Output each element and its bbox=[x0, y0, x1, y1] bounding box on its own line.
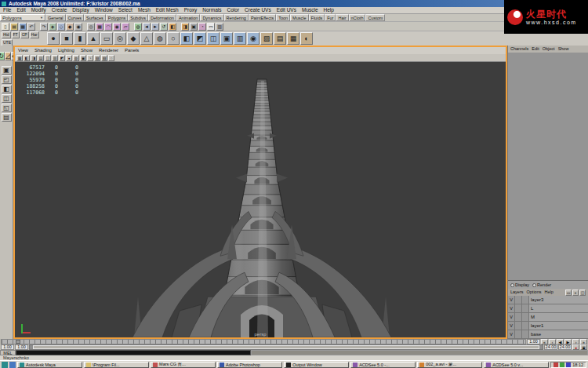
layer-playback-toggle[interactable] bbox=[515, 304, 522, 312]
go-to-end-button[interactable]: » bbox=[580, 339, 587, 344]
bridge-icon[interactable]: ◫ bbox=[207, 32, 220, 45]
menu-item[interactable]: File bbox=[3, 7, 11, 13]
lock-selection-icon[interactable]: ◉ bbox=[74, 23, 82, 31]
step-forward-button[interactable]: › bbox=[572, 339, 579, 344]
layer-visibility-toggle[interactable]: V bbox=[508, 304, 515, 312]
menu-item[interactable]: Normals bbox=[202, 7, 221, 13]
playback-start-field[interactable]: 1.00 bbox=[15, 344, 28, 350]
new-layer-from-selected-button[interactable]: + bbox=[572, 290, 579, 296]
input-connections-icon[interactable]: ◄ bbox=[143, 23, 151, 31]
shelf-tab[interactable]: PaintEffects bbox=[249, 14, 276, 21]
task-acdsee-1[interactable]: ACDSee 5.0 -... bbox=[350, 362, 416, 368]
channel-box-menu-item[interactable]: Edit bbox=[532, 46, 539, 53]
menu-item[interactable]: Proxy bbox=[184, 7, 198, 13]
shelf-tab[interactable]: Curves bbox=[66, 14, 84, 21]
panel-field-chart-icon[interactable]: ▣ bbox=[80, 55, 86, 61]
menu-item[interactable]: Muscle bbox=[302, 7, 318, 13]
sort-icon[interactable]: ▥ bbox=[216, 23, 223, 31]
select-by-object-icon[interactable]: ◇ bbox=[57, 23, 65, 31]
shelf-tab[interactable]: Fur bbox=[325, 14, 336, 21]
layer-row[interactable]: V layer3 bbox=[508, 296, 588, 304]
layer-visibility-toggle[interactable]: V bbox=[508, 322, 515, 330]
shelf-tab[interactable]: Surfaces bbox=[84, 14, 106, 21]
layer-playback-toggle[interactable] bbox=[515, 313, 522, 321]
menu-item[interactable]: Select bbox=[118, 7, 132, 13]
two-pane-layout-button[interactable]: ◫ bbox=[2, 94, 12, 103]
menuset-dropdown[interactable]: Polygons ▼ bbox=[0, 14, 45, 21]
shelf-tab[interactable]: Animation bbox=[176, 14, 200, 21]
quick-launch-explorer-icon[interactable] bbox=[9, 362, 16, 368]
select-by-hierarchy-icon[interactable]: ◈ bbox=[49, 23, 56, 31]
ipr-render-icon[interactable]: ◨ bbox=[181, 23, 189, 31]
panel-menu-item[interactable]: Panels bbox=[125, 47, 139, 54]
panel-shaded-icon[interactable]: ○ bbox=[108, 55, 114, 61]
poly-cylinder-icon[interactable]: ▮ bbox=[74, 32, 86, 45]
layer-row[interactable]: V M bbox=[508, 313, 588, 322]
render-settings-icon[interactable]: ▣ bbox=[190, 23, 198, 31]
shelf-tab[interactable]: nCloth bbox=[349, 14, 366, 21]
sculpt-geometry-icon[interactable]: ◐ bbox=[300, 32, 313, 45]
shelf-tab[interactable]: General bbox=[45, 14, 66, 21]
menu-item[interactable]: Edit Mesh bbox=[156, 7, 179, 13]
panel-select-icon[interactable]: ▦ bbox=[16, 55, 23, 61]
tray-icon-1[interactable] bbox=[554, 363, 558, 367]
layer-row[interactable]: V layer1 bbox=[508, 322, 588, 330]
layer-name[interactable]: layer1 bbox=[529, 322, 588, 330]
layer-visibility-toggle[interactable]: V bbox=[508, 313, 515, 321]
layer-display-type-toggle[interactable] bbox=[522, 304, 529, 312]
animation-end-field[interactable]: 24.00 bbox=[558, 344, 572, 350]
range-slider-bar[interactable] bbox=[33, 345, 539, 349]
task-acdsee-2[interactable]: ACDSee 5.0 v... bbox=[484, 362, 549, 368]
layer-editor-menu-item[interactable]: Help bbox=[544, 289, 553, 296]
split-polygon-icon[interactable]: ▨ bbox=[260, 32, 273, 45]
panel-scale-icon[interactable]: ▤ bbox=[38, 55, 44, 61]
shelf-mini-button[interactable]: UTE bbox=[2, 39, 13, 46]
layer-name[interactable]: layer3 bbox=[529, 296, 588, 304]
task-output-window[interactable]: Output Window bbox=[284, 362, 349, 368]
play-forwards-button[interactable]: ▶ bbox=[564, 339, 572, 344]
layer-display-type-toggle[interactable] bbox=[522, 330, 529, 338]
menu-item[interactable]: Color bbox=[227, 7, 240, 13]
menu-item[interactable]: Create bbox=[52, 7, 67, 13]
poly-cone-icon[interactable]: ▲ bbox=[87, 32, 100, 45]
smooth-icon[interactable]: ◉ bbox=[247, 32, 260, 45]
animation-preferences-button[interactable]: ▣ bbox=[580, 344, 587, 350]
shelf-tab[interactable]: Deformation bbox=[148, 14, 176, 21]
panel-move-icon[interactable]: ◧ bbox=[24, 55, 30, 61]
quick-launch-maya-icon[interactable] bbox=[2, 362, 8, 368]
bevel-icon[interactable]: ◩ bbox=[194, 32, 206, 45]
layer-row[interactable]: V L bbox=[508, 304, 588, 313]
shelf-tab[interactable]: Rendering bbox=[224, 14, 249, 21]
construction-history-icon[interactable]: ↺ bbox=[160, 23, 168, 31]
poly-prism-icon[interactable]: ◆ bbox=[127, 32, 140, 45]
menu-item[interactable]: Help bbox=[324, 7, 334, 13]
panel-safe-action-icon[interactable]: ◔ bbox=[87, 55, 93, 61]
open-scene-icon[interactable]: ▤ bbox=[10, 23, 18, 31]
new-empty-layer-button[interactable]: ▭ bbox=[565, 290, 572, 296]
layer-playback-toggle[interactable] bbox=[515, 322, 522, 330]
layer-playback-toggle[interactable] bbox=[515, 296, 522, 304]
tray-icon-3[interactable] bbox=[566, 363, 571, 367]
poly-torus-icon[interactable]: ◎ bbox=[114, 32, 126, 45]
render-current-frame-icon[interactable]: ◧ bbox=[169, 23, 176, 31]
menu-item[interactable]: Edit UVs bbox=[277, 7, 296, 13]
range-slider[interactable] bbox=[29, 344, 543, 350]
shelf-tab[interactable]: Subdivs bbox=[128, 14, 148, 21]
merge-vertices-icon[interactable]: ▦ bbox=[287, 32, 299, 45]
layer-mode-radio[interactable]: Render bbox=[532, 282, 551, 287]
four-pane-layout-button[interactable]: ◰ bbox=[2, 75, 12, 84]
poly-pipe-icon[interactable]: ◍ bbox=[154, 32, 166, 45]
snap-to-point-icon[interactable]: ◉ bbox=[113, 23, 121, 31]
task-photoshop[interactable]: Adobe Photoshop bbox=[217, 362, 282, 368]
layer-editor-menu-item[interactable]: Layers bbox=[510, 289, 524, 296]
shelf-tab[interactable]: Hair bbox=[336, 14, 348, 21]
channel-box-menu-item[interactable]: Object bbox=[543, 46, 555, 53]
extrude-icon[interactable]: ◧ bbox=[180, 32, 193, 45]
shelf-tab[interactable]: Dynamics bbox=[200, 14, 223, 21]
insert-edge-loop-icon[interactable]: ▤ bbox=[274, 32, 286, 45]
save-scene-icon[interactable]: ▦ bbox=[19, 23, 27, 31]
task-program-files[interactable]: \Program Fil... bbox=[84, 362, 149, 368]
combine-icon[interactable]: ▣ bbox=[220, 32, 233, 45]
layer-name[interactable]: M bbox=[529, 313, 588, 321]
poly-pyramid-icon[interactable]: △ bbox=[140, 32, 153, 45]
